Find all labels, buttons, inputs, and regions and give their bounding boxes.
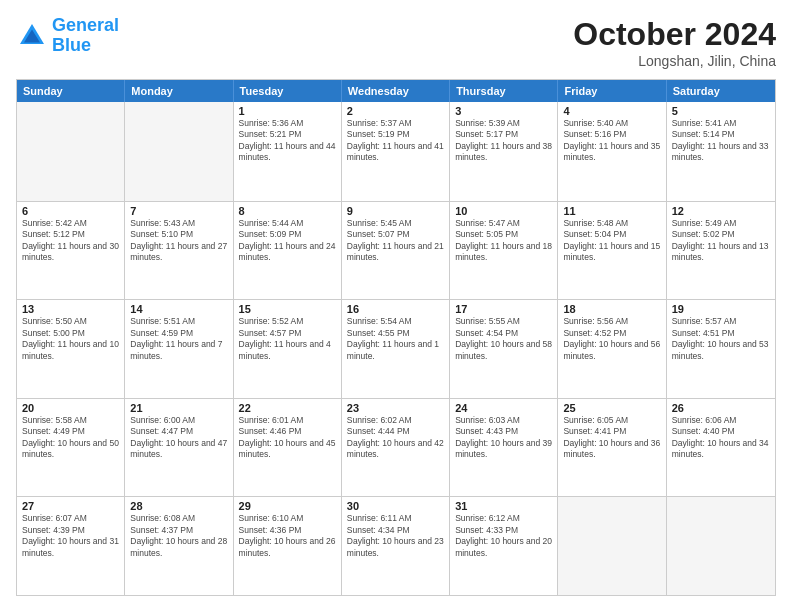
day-number: 17 <box>455 303 552 315</box>
calendar-cell: 10Sunrise: 5:47 AMSunset: 5:05 PMDayligh… <box>450 202 558 300</box>
calendar-cell: 31Sunrise: 6:12 AMSunset: 4:33 PMDayligh… <box>450 497 558 595</box>
daylight-text: Daylight: 10 hours and 56 minutes. <box>563 339 660 362</box>
sunrise-text: Sunrise: 6:00 AM <box>130 415 227 426</box>
daylight-text: Daylight: 10 hours and 53 minutes. <box>672 339 770 362</box>
day-number: 24 <box>455 402 552 414</box>
daylight-text: Daylight: 11 hours and 7 minutes. <box>130 339 227 362</box>
logo-icon <box>16 20 48 52</box>
sunset-text: Sunset: 4:54 PM <box>455 328 552 339</box>
sunrise-text: Sunrise: 5:40 AM <box>563 118 660 129</box>
daylight-text: Daylight: 10 hours and 58 minutes. <box>455 339 552 362</box>
header-day-sunday: Sunday <box>17 80 125 102</box>
day-number: 14 <box>130 303 227 315</box>
calendar-cell: 28Sunrise: 6:08 AMSunset: 4:37 PMDayligh… <box>125 497 233 595</box>
day-number: 16 <box>347 303 444 315</box>
calendar-cell: 12Sunrise: 5:49 AMSunset: 5:02 PMDayligh… <box>667 202 775 300</box>
daylight-text: Daylight: 11 hours and 4 minutes. <box>239 339 336 362</box>
header-day-wednesday: Wednesday <box>342 80 450 102</box>
day-number: 19 <box>672 303 770 315</box>
daylight-text: Daylight: 10 hours and 36 minutes. <box>563 438 660 461</box>
sunrise-text: Sunrise: 5:44 AM <box>239 218 336 229</box>
daylight-text: Daylight: 11 hours and 35 minutes. <box>563 141 660 164</box>
sunset-text: Sunset: 4:41 PM <box>563 426 660 437</box>
header-day-monday: Monday <box>125 80 233 102</box>
sunset-text: Sunset: 4:59 PM <box>130 328 227 339</box>
calendar-row-0: 1Sunrise: 5:36 AMSunset: 5:21 PMDaylight… <box>17 102 775 201</box>
sunset-text: Sunset: 5:19 PM <box>347 129 444 140</box>
calendar-cell: 3Sunrise: 5:39 AMSunset: 5:17 PMDaylight… <box>450 102 558 201</box>
calendar-header: SundayMondayTuesdayWednesdayThursdayFrid… <box>17 80 775 102</box>
calendar-row-1: 6Sunrise: 5:42 AMSunset: 5:12 PMDaylight… <box>17 201 775 300</box>
day-number: 15 <box>239 303 336 315</box>
sunrise-text: Sunrise: 6:01 AM <box>239 415 336 426</box>
sunset-text: Sunset: 5:10 PM <box>130 229 227 240</box>
sunrise-text: Sunrise: 6:12 AM <box>455 513 552 524</box>
calendar-cell: 18Sunrise: 5:56 AMSunset: 4:52 PMDayligh… <box>558 300 666 398</box>
sunset-text: Sunset: 4:52 PM <box>563 328 660 339</box>
sunrise-text: Sunrise: 5:36 AM <box>239 118 336 129</box>
header-day-thursday: Thursday <box>450 80 558 102</box>
day-number: 31 <box>455 500 552 512</box>
calendar-cell <box>17 102 125 201</box>
sunrise-text: Sunrise: 6:07 AM <box>22 513 119 524</box>
daylight-text: Daylight: 11 hours and 38 minutes. <box>455 141 552 164</box>
day-number: 7 <box>130 205 227 217</box>
sunset-text: Sunset: 4:40 PM <box>672 426 770 437</box>
calendar-cell: 21Sunrise: 6:00 AMSunset: 4:47 PMDayligh… <box>125 399 233 497</box>
sunset-text: Sunset: 5:14 PM <box>672 129 770 140</box>
calendar-row-2: 13Sunrise: 5:50 AMSunset: 5:00 PMDayligh… <box>17 299 775 398</box>
day-number: 27 <box>22 500 119 512</box>
day-number: 26 <box>672 402 770 414</box>
daylight-text: Daylight: 11 hours and 30 minutes. <box>22 241 119 264</box>
day-number: 23 <box>347 402 444 414</box>
daylight-text: Daylight: 10 hours and 20 minutes. <box>455 536 552 559</box>
day-number: 4 <box>563 105 660 117</box>
calendar-body: 1Sunrise: 5:36 AMSunset: 5:21 PMDaylight… <box>17 102 775 595</box>
sunset-text: Sunset: 4:49 PM <box>22 426 119 437</box>
sunrise-text: Sunrise: 6:02 AM <box>347 415 444 426</box>
calendar-cell: 29Sunrise: 6:10 AMSunset: 4:36 PMDayligh… <box>234 497 342 595</box>
calendar-cell: 24Sunrise: 6:03 AMSunset: 4:43 PMDayligh… <box>450 399 558 497</box>
sunset-text: Sunset: 4:36 PM <box>239 525 336 536</box>
daylight-text: Daylight: 11 hours and 44 minutes. <box>239 141 336 164</box>
calendar-cell <box>125 102 233 201</box>
day-number: 30 <box>347 500 444 512</box>
calendar-cell: 13Sunrise: 5:50 AMSunset: 5:00 PMDayligh… <box>17 300 125 398</box>
calendar-cell: 20Sunrise: 5:58 AMSunset: 4:49 PMDayligh… <box>17 399 125 497</box>
daylight-text: Daylight: 11 hours and 1 minute. <box>347 339 444 362</box>
daylight-text: Daylight: 11 hours and 15 minutes. <box>563 241 660 264</box>
sunset-text: Sunset: 4:33 PM <box>455 525 552 536</box>
day-number: 20 <box>22 402 119 414</box>
daylight-text: Daylight: 11 hours and 13 minutes. <box>672 241 770 264</box>
calendar-cell: 30Sunrise: 6:11 AMSunset: 4:34 PMDayligh… <box>342 497 450 595</box>
sunset-text: Sunset: 4:44 PM <box>347 426 444 437</box>
calendar-cell: 14Sunrise: 5:51 AMSunset: 4:59 PMDayligh… <box>125 300 233 398</box>
daylight-text: Daylight: 11 hours and 18 minutes. <box>455 241 552 264</box>
daylight-text: Daylight: 10 hours and 31 minutes. <box>22 536 119 559</box>
daylight-text: Daylight: 10 hours and 42 minutes. <box>347 438 444 461</box>
sunset-text: Sunset: 4:55 PM <box>347 328 444 339</box>
day-number: 25 <box>563 402 660 414</box>
header-day-tuesday: Tuesday <box>234 80 342 102</box>
header-day-saturday: Saturday <box>667 80 775 102</box>
calendar-cell <box>558 497 666 595</box>
sunrise-text: Sunrise: 5:41 AM <box>672 118 770 129</box>
calendar-cell: 5Sunrise: 5:41 AMSunset: 5:14 PMDaylight… <box>667 102 775 201</box>
calendar-cell: 15Sunrise: 5:52 AMSunset: 4:57 PMDayligh… <box>234 300 342 398</box>
day-number: 9 <box>347 205 444 217</box>
sunset-text: Sunset: 4:47 PM <box>130 426 227 437</box>
daylight-text: Daylight: 10 hours and 28 minutes. <box>130 536 227 559</box>
day-number: 29 <box>239 500 336 512</box>
daylight-text: Daylight: 10 hours and 47 minutes. <box>130 438 227 461</box>
daylight-text: Daylight: 11 hours and 41 minutes. <box>347 141 444 164</box>
sunset-text: Sunset: 5:02 PM <box>672 229 770 240</box>
sunset-text: Sunset: 5:00 PM <box>22 328 119 339</box>
calendar-cell: 22Sunrise: 6:01 AMSunset: 4:46 PMDayligh… <box>234 399 342 497</box>
daylight-text: Daylight: 10 hours and 23 minutes. <box>347 536 444 559</box>
logo: General Blue <box>16 16 119 56</box>
day-number: 8 <box>239 205 336 217</box>
title-section: October 2024 Longshan, Jilin, China <box>573 16 776 69</box>
daylight-text: Daylight: 10 hours and 34 minutes. <box>672 438 770 461</box>
day-number: 12 <box>672 205 770 217</box>
sunset-text: Sunset: 5:07 PM <box>347 229 444 240</box>
